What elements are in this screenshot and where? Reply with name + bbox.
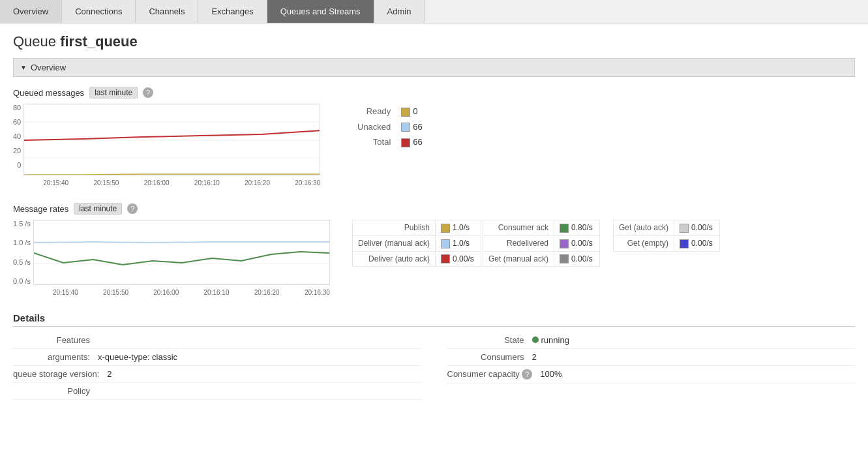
rate-color-publish — [441, 224, 450, 233]
queued-messages-label: Queued messages — [13, 88, 84, 98]
message-rates-chart-container: 1.5 /s 1.0 /s 0.5 /s 0.0 /s — [13, 220, 333, 296]
legend-label-total: Total — [352, 134, 396, 150]
rate-row-get-manual: Get (manual ack) 0.00/s — [483, 251, 600, 267]
message-rates-chart-wrapper: 1.5 /s 1.0 /s 0.5 /s 0.0 /s — [13, 220, 333, 296]
legend-value-unacked: 66 — [413, 122, 422, 132]
rate-val-consumer-ack: 0.80/s — [554, 220, 600, 236]
rate-val-publish: 1.0/s — [436, 220, 481, 236]
detail-val-consumers: 2 — [532, 352, 537, 362]
detail-row-storage-version: queue storage version: 2 — [13, 366, 421, 383]
rate-label-consumer-ack: Consumer ack — [483, 220, 554, 236]
rate-label-get-auto: Get (auto ack) — [614, 220, 674, 236]
queued-messages-chart-wrapper: 80 60 40 20 0 — [13, 104, 333, 187]
rate-label-get-empty: Get (empty) — [614, 235, 674, 251]
detail-row-consumers: Consumers 2 — [447, 349, 856, 366]
queued-messages-timeframe-badge[interactable]: last minute — [89, 87, 138, 98]
message-rates-legend: Publish 1.0/s Deliver (manual ack) 1.0/s… — [352, 220, 743, 267]
detail-key-state: State — [447, 335, 532, 345]
legend-label-unacked: Unacked — [352, 119, 396, 135]
details-right: State running Consumers 2 Consumer capac… — [447, 332, 856, 400]
rate-label-get-manual: Get (manual ack) — [483, 251, 554, 267]
legend-row-unacked: Unacked 66 — [352, 119, 428, 135]
navigation-bar: Overview Connections Channels Exchanges … — [0, 0, 868, 23]
message-rates-timeframe-badge[interactable]: last minute — [74, 203, 122, 215]
detail-key-storage-version: queue storage version: — [13, 369, 107, 379]
rate-color-get-empty — [680, 239, 689, 248]
rate-label-deliver-auto: Deliver (auto ack) — [353, 251, 436, 267]
rate-row-deliver-manual: Deliver (manual ack) 1.0/s — [353, 235, 481, 251]
rate-color-get-manual — [560, 254, 569, 263]
details-left: Features arguments: x-queue-type: classi… — [13, 332, 421, 400]
detail-key-consumer-capacity: Consumer capacity ? — [447, 369, 541, 380]
message-rates-y-axis: 1.5 /s 1.0 /s 0.5 /s 0.0 /s — [13, 220, 33, 285]
queued-messages-legend: Ready 0 Unacked 66 Total 66 — [352, 104, 428, 150]
queued-messages-chart: 20:15:40 20:15:50 20:16:00 20:16:10 20:1… — [23, 104, 320, 187]
legend-color-unacked — [401, 123, 410, 132]
detail-row-policy: Policy — [13, 383, 421, 400]
rates-right-table: Get (auto ack) 0.00/s Get (empty) 0.00/s — [613, 220, 720, 252]
rates-legend-left-col: Publish 1.0/s Deliver (manual ack) 1.0/s… — [352, 220, 483, 267]
queued-messages-x-labels: 20:15:40 20:15:50 20:16:00 20:16:10 20:1… — [23, 179, 320, 187]
rate-val-get-manual: 0.00/s — [554, 251, 600, 267]
tab-connections[interactable]: Connections — [62, 0, 136, 23]
message-rates-svg — [33, 220, 330, 285]
rate-row-publish: Publish 1.0/s — [353, 220, 481, 236]
overview-section-header[interactable]: ▼ Overview — [13, 58, 855, 77]
queued-messages-legend-table: Ready 0 Unacked 66 Total 66 — [352, 104, 428, 150]
legend-label-ready: Ready — [352, 104, 396, 119]
page-content: Queue first_queue ▼ Overview Queued mess… — [0, 23, 868, 410]
detail-row-consumer-capacity: Consumer capacity ? 100% — [447, 366, 856, 383]
rate-row-redelivered: Redelivered 0.00/s — [483, 235, 600, 251]
message-rates-label-row: Message rates last minute ? — [13, 203, 855, 215]
rates-legend-right-col: Get (auto ack) 0.00/s Get (empty) 0.00/s — [613, 220, 743, 267]
details-section: Details Features arguments: x-queue-type… — [13, 312, 855, 400]
rate-val-get-empty: 0.00/s — [674, 235, 720, 251]
rate-row-get-empty: Get (empty) 0.00/s — [614, 235, 720, 251]
detail-key-arguments: arguments: — [13, 352, 98, 362]
tab-queues-and-streams[interactable]: Queues and Streams — [267, 0, 374, 23]
collapse-arrow-icon: ▼ — [20, 64, 27, 71]
queued-messages-section: Queued messages last minute ? 80 60 40 2… — [13, 87, 855, 187]
tab-channels[interactable]: Channels — [136, 0, 198, 23]
details-section-label: Details — [13, 312, 855, 327]
consumer-capacity-help-icon[interactable]: ? — [522, 369, 532, 380]
tab-overview[interactable]: Overview — [0, 0, 62, 23]
queued-messages-chart-section: 80 60 40 20 0 — [13, 104, 855, 187]
rates-legend-mid-col: Consumer ack 0.80/s Redelivered 0.00/s G… — [483, 220, 613, 267]
rates-left-table: Publish 1.0/s Deliver (manual ack) 1.0/s… — [352, 220, 481, 267]
rate-label-redelivered: Redelivered — [483, 235, 554, 251]
legend-value-total: 66 — [413, 137, 422, 147]
rates-mid-table: Consumer ack 0.80/s Redelivered 0.00/s G… — [483, 220, 600, 267]
queued-messages-svg — [23, 104, 320, 175]
tab-exchanges[interactable]: Exchanges — [198, 0, 267, 23]
rate-color-deliver-manual — [441, 239, 450, 248]
details-columns: Features arguments: x-queue-type: classi… — [13, 332, 855, 400]
rate-val-redelivered: 0.00/s — [554, 235, 600, 251]
tab-admin[interactable]: Admin — [374, 0, 425, 23]
detail-key-policy: Policy — [13, 386, 98, 396]
rate-label-publish: Publish — [353, 220, 436, 236]
detail-key-features: Features — [13, 335, 98, 345]
legend-color-ready — [401, 108, 410, 117]
message-rates-x-labels: 20:15:40 20:15:50 20:16:00 20:16:10 20:1… — [33, 289, 330, 296]
detail-row-features: Features — [13, 332, 421, 349]
rate-row-get-auto: Get (auto ack) 0.00/s — [614, 220, 720, 236]
rate-val-deliver-auto: 0.00/s — [436, 251, 481, 267]
rate-row-consumer-ack: Consumer ack 0.80/s — [483, 220, 600, 236]
rate-color-deliver-auto — [441, 254, 450, 263]
rate-color-get-auto — [680, 224, 689, 233]
message-rates-chart: 20:15:40 20:15:50 20:16:00 20:16:10 20:1… — [33, 220, 330, 296]
detail-val-state: running — [532, 335, 569, 345]
state-indicator-dot — [532, 336, 539, 343]
legend-value-ready: 0 — [413, 106, 417, 116]
message-rates-label: Message rates — [13, 204, 68, 214]
message-rates-section: Message rates last minute ? 1.5 /s 1.0 /… — [13, 203, 855, 296]
rate-color-consumer-ack — [560, 224, 569, 233]
queued-messages-help-icon[interactable]: ? — [143, 87, 153, 98]
rate-color-redelivered — [560, 239, 569, 248]
message-rates-help-icon[interactable]: ? — [127, 203, 138, 214]
detail-val-consumer-capacity: 100% — [540, 369, 561, 380]
detail-val-arguments: x-queue-type: classic — [98, 352, 177, 362]
queued-messages-chart-container: 80 60 40 20 0 — [13, 104, 333, 187]
detail-key-consumers: Consumers — [447, 352, 532, 362]
